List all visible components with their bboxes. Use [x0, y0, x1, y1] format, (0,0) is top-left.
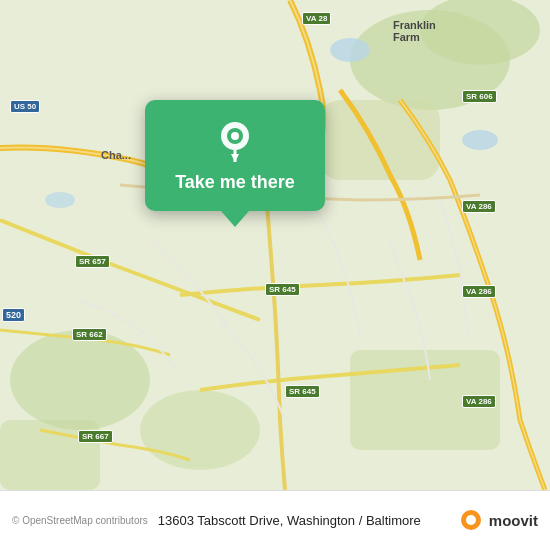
- popup-tail: [221, 211, 249, 227]
- road-shield-sr645-low: SR 645: [285, 385, 320, 398]
- svg-point-10: [45, 192, 75, 208]
- place-label-franklin-farm: FranklinFarm: [390, 18, 439, 44]
- road-shield-va286-low: VA 286: [462, 395, 496, 408]
- svg-rect-3: [320, 100, 440, 180]
- road-shield-sr657: SR 657: [75, 255, 110, 268]
- svg-point-9: [462, 130, 498, 150]
- map-svg: [0, 0, 550, 490]
- svg-marker-14: [231, 154, 239, 162]
- moovit-pin-icon: [457, 507, 485, 535]
- popup-box[interactable]: Take me there: [145, 100, 325, 211]
- road-shield-va286-top: VA 286: [462, 200, 496, 213]
- road-shield-sr645-top: SR 645: [265, 283, 300, 296]
- bottom-bar: © OpenStreetMap contributors 13603 Tabsc…: [0, 490, 550, 550]
- svg-point-13: [231, 132, 239, 140]
- road-shield-520: 520: [2, 308, 25, 322]
- road-shield-sr662: SR 662: [72, 328, 107, 341]
- svg-point-6: [140, 390, 260, 470]
- road-shield-va286-mid: VA 286: [462, 285, 496, 298]
- address-text: 13603 Tabscott Drive, Washington / Balti…: [158, 513, 447, 528]
- road-shield-sr667: SR 667: [78, 430, 113, 443]
- moovit-logo: moovit: [457, 507, 538, 535]
- road-shield-us50: US 50: [10, 100, 40, 113]
- popup[interactable]: Take me there: [145, 100, 325, 227]
- road-shield-sr606: SR 606: [462, 90, 497, 103]
- location-pin-icon: [213, 118, 257, 162]
- place-label-cha: Cha...: [98, 148, 134, 162]
- moovit-label: moovit: [489, 512, 538, 529]
- svg-point-8: [330, 38, 370, 62]
- road-shield-va28: VA 28: [302, 12, 331, 25]
- svg-point-16: [466, 515, 476, 525]
- copyright-text: © OpenStreetMap contributors: [12, 515, 148, 526]
- popup-label[interactable]: Take me there: [175, 172, 295, 193]
- map-container: VA 28 US 50 SR 606 VA 286 VA 286 VA 286 …: [0, 0, 550, 490]
